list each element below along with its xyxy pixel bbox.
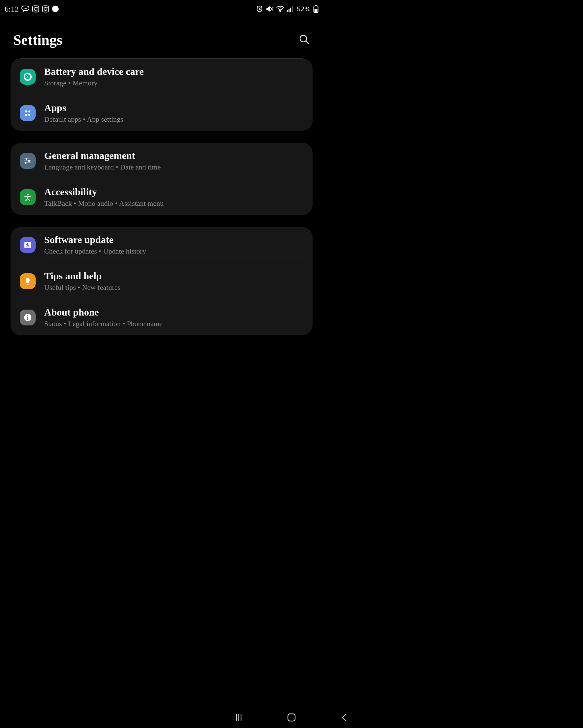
svg-rect-31 bbox=[27, 284, 29, 285]
battery-icon bbox=[20, 69, 35, 85]
svg-point-23 bbox=[28, 110, 30, 112]
settings-item-update[interactable]: Software updateCheck for updates • Updat… bbox=[10, 227, 312, 263]
svg-point-22 bbox=[25, 110, 27, 112]
svg-point-6 bbox=[37, 7, 38, 7]
signal-icon bbox=[287, 6, 294, 12]
settings-item-battery[interactable]: Battery and device careStorage • Memory bbox=[10, 59, 312, 95]
svg-point-8 bbox=[44, 7, 47, 10]
mute-icon bbox=[266, 5, 274, 12]
access-icon bbox=[20, 189, 35, 205]
instagram-icon bbox=[42, 5, 49, 12]
search-button[interactable] bbox=[299, 34, 310, 46]
svg-point-19 bbox=[300, 35, 307, 42]
item-subtitle: Useful tips • New features bbox=[44, 283, 303, 292]
svg-point-29 bbox=[27, 193, 28, 195]
item-subtitle: Default apps • App settings bbox=[44, 115, 303, 124]
svg-point-28 bbox=[25, 162, 26, 163]
svg-point-5 bbox=[34, 7, 37, 10]
item-title: About phone bbox=[44, 307, 303, 317]
svg-rect-7 bbox=[42, 6, 49, 12]
svg-rect-13 bbox=[288, 9, 289, 12]
about-icon bbox=[20, 310, 35, 326]
item-title: Apps bbox=[44, 102, 303, 113]
chat-icon bbox=[21, 6, 29, 12]
search-icon bbox=[299, 41, 310, 46]
svg-rect-18 bbox=[314, 9, 318, 12]
settings-item-apps[interactable]: AppsDefault apps • App settings bbox=[10, 95, 312, 131]
instagram-icon bbox=[32, 5, 39, 12]
item-title: Accessibility bbox=[44, 186, 303, 197]
item-title: Battery and device care bbox=[44, 66, 303, 77]
svg-point-24 bbox=[25, 113, 27, 115]
svg-rect-34 bbox=[27, 317, 28, 320]
apps-icon bbox=[20, 105, 35, 121]
status-bar: 6:12 52% bbox=[0, 0, 323, 15]
status-time: 6:12 bbox=[5, 5, 19, 14]
svg-point-1 bbox=[23, 8, 24, 9]
settings-item-general[interactable]: General managementLanguage and keyboard … bbox=[10, 143, 312, 179]
settings-item-about[interactable]: About phoneStatus • Legal information • … bbox=[10, 300, 312, 335]
settings-group: General managementLanguage and keyboard … bbox=[10, 143, 312, 215]
item-subtitle: Storage • Memory bbox=[44, 79, 303, 87]
item-title: Software update bbox=[44, 234, 303, 245]
svg-point-27 bbox=[28, 160, 30, 161]
svg-rect-15 bbox=[292, 6, 293, 12]
wifi-icon bbox=[276, 6, 284, 12]
header: Settings bbox=[0, 15, 323, 58]
svg-point-26 bbox=[25, 158, 27, 160]
svg-point-2 bbox=[25, 8, 26, 9]
svg-point-33 bbox=[27, 315, 28, 316]
svg-rect-4 bbox=[32, 6, 39, 12]
item-title: General management bbox=[44, 150, 303, 161]
alarm-icon bbox=[256, 5, 263, 12]
item-subtitle: Language and keyboard • Date and time bbox=[44, 163, 303, 172]
svg-rect-14 bbox=[290, 7, 291, 12]
settings-group: Battery and device careStorage • MemoryA… bbox=[10, 58, 312, 131]
sports-icon bbox=[52, 5, 59, 12]
page-title: Settings bbox=[13, 32, 62, 49]
battery-icon bbox=[313, 5, 319, 13]
svg-point-21 bbox=[27, 76, 28, 77]
item-subtitle: Status • Legal information • Phone name bbox=[44, 319, 303, 328]
item-subtitle: Check for updates • Update history bbox=[44, 247, 303, 256]
item-subtitle: TalkBack • Mono audio • Assistant menu bbox=[44, 199, 303, 208]
general-icon bbox=[20, 153, 35, 169]
tips-icon bbox=[20, 273, 35, 289]
settings-item-tips[interactable]: Tips and helpUseful tips • New features bbox=[10, 263, 312, 299]
svg-point-3 bbox=[26, 8, 27, 9]
item-title: Tips and help bbox=[44, 270, 303, 281]
update-icon bbox=[20, 237, 35, 253]
battery-percent: 52% bbox=[297, 5, 311, 13]
svg-point-9 bbox=[47, 7, 48, 7]
svg-rect-12 bbox=[287, 10, 288, 12]
settings-group: Software updateCheck for updates • Updat… bbox=[10, 227, 312, 335]
settings-item-access[interactable]: AccessibilityTalkBack • Mono audio • Ass… bbox=[10, 179, 312, 215]
svg-point-25 bbox=[28, 113, 30, 115]
svg-point-10 bbox=[52, 6, 59, 12]
settings-list: Battery and device careStorage • MemoryA… bbox=[0, 58, 323, 335]
